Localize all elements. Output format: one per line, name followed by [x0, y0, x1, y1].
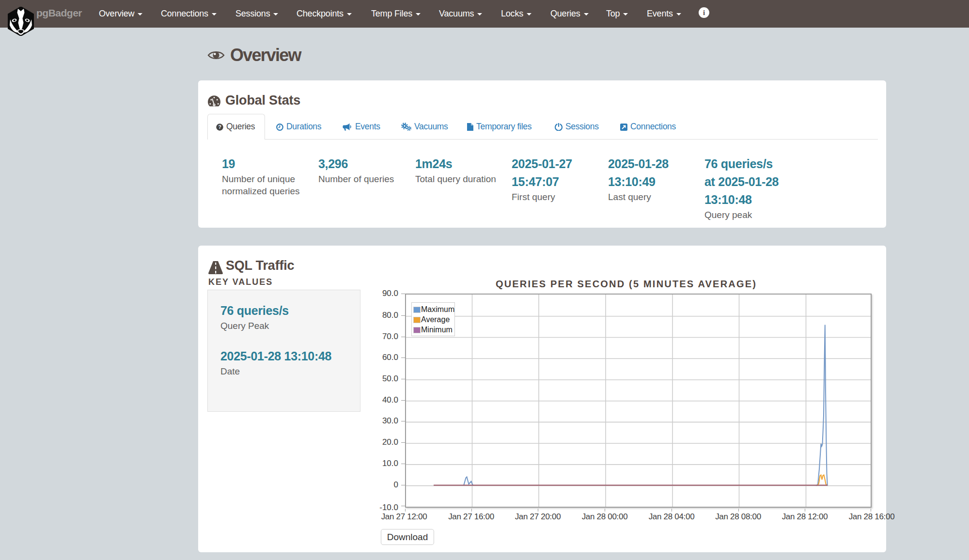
svg-text:?: ? — [218, 124, 221, 130]
